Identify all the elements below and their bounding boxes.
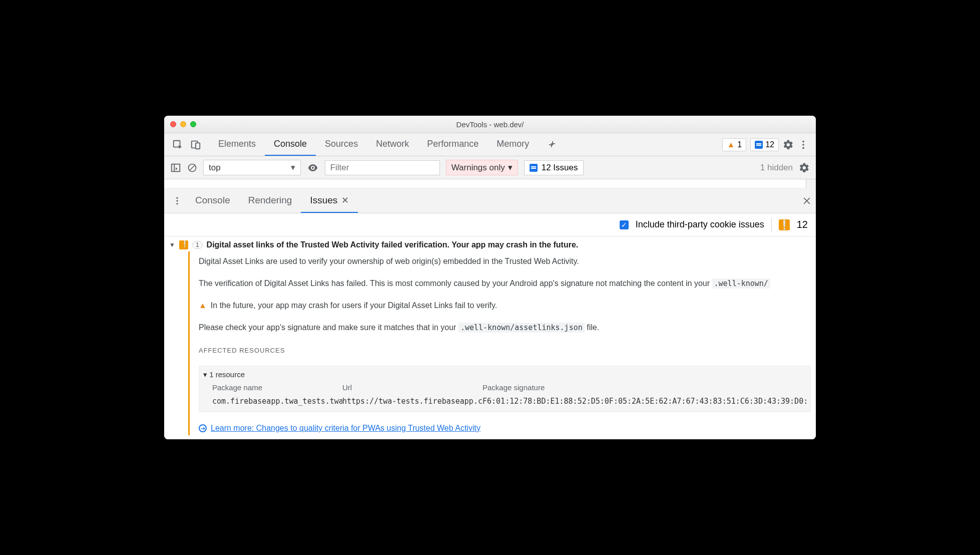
main-tabs: Elements Console Sources Network Perform…: [209, 133, 715, 156]
drawer-more-icon[interactable]: [168, 196, 186, 206]
main-toolbar: Elements Console Sources Network Perform…: [164, 133, 816, 156]
console-settings-icon[interactable]: [799, 162, 810, 173]
settings-icon[interactable]: [783, 139, 794, 150]
svg-point-8: [312, 167, 314, 169]
issue-row-header[interactable]: ▼ 1 Digital asset links of the Trusted W…: [169, 239, 816, 250]
tab-memory[interactable]: Memory: [487, 133, 538, 156]
cell-package: com.firebaseapp.twa_tests.twa: [212, 396, 342, 407]
drawer-tab-console[interactable]: Console: [186, 188, 239, 213]
window-controls: [170, 121, 196, 127]
warning-count: 1: [737, 140, 742, 149]
learn-more-row: ➔ Learn more: Changes to quality criteri…: [199, 422, 811, 434]
issues-badge[interactable]: 12: [750, 138, 779, 151]
clear-console-icon[interactable]: [187, 163, 197, 173]
log-level-label: Warnings only: [451, 163, 505, 173]
chevron-down-icon: ▾: [291, 162, 295, 173]
issue-paragraph: In the future, your app may crash for us…: [211, 300, 497, 312]
drawer-tab-rendering[interactable]: Rendering: [239, 188, 301, 213]
tab-label: Console: [195, 195, 230, 206]
warning-icon: ▲: [199, 300, 207, 312]
more-icon[interactable]: [798, 139, 809, 150]
chevron-down-icon: ▾: [508, 162, 513, 173]
tab-network[interactable]: Network: [367, 133, 418, 156]
tab-label: Rendering: [248, 195, 292, 206]
cell-signature: F6:01:12:78:BD:E1:88:52:D5:0F:05:2A:5E:6…: [482, 396, 806, 407]
arrow-circle-icon: ➔: [199, 424, 207, 432]
close-tab-icon[interactable]: ✕: [341, 195, 349, 206]
tab-label: Memory: [497, 139, 529, 149]
cell-url: https://twa-tests.firebaseapp.com/: [342, 396, 482, 407]
filter-input[interactable]: [325, 160, 440, 175]
issue-icon: [755, 141, 763, 149]
svg-point-9: [176, 197, 178, 198]
svg-rect-2: [196, 143, 200, 149]
warning-icon: ▲: [727, 140, 735, 149]
tab-label: Network: [376, 139, 409, 149]
tab-overflow-icon[interactable]: [538, 133, 566, 156]
hidden-count[interactable]: 1 hidden: [760, 163, 793, 173]
issue-title: Digital asset links of the Trusted Web A…: [207, 240, 579, 249]
issues-count: 12: [765, 140, 774, 149]
issue-paragraph: The verification of Digital Asset Links …: [199, 278, 811, 290]
col-header: Package name: [212, 382, 342, 394]
issue-warning-icon: ❕: [779, 219, 790, 230]
svg-point-3: [802, 140, 804, 142]
resource-count-label: 1 resource: [209, 370, 245, 379]
svg-point-4: [802, 144, 804, 146]
tab-label: Issues: [310, 195, 337, 206]
issues-chip[interactable]: 12 Issues: [524, 160, 584, 175]
issue-body: Digital Asset Links are used to verify y…: [188, 251, 816, 435]
svg-point-5: [802, 147, 804, 149]
console-output-strip: [164, 179, 816, 188]
titlebar: DevTools - web.dev/: [164, 116, 816, 133]
code-fragment: .well-known/: [712, 279, 770, 289]
maximize-window-button[interactable]: [190, 121, 196, 127]
col-header: Package signature: [482, 382, 806, 394]
console-sidebar-icon[interactable]: [170, 162, 181, 173]
issues-options-bar: ✓ Include third-party cookie issues ❕ 12: [164, 213, 816, 236]
third-party-checkbox[interactable]: ✓: [620, 220, 629, 229]
devtools-window: DevTools - web.dev/ Elements Console Sou…: [164, 116, 816, 439]
code-fragment: .well-known/assetlinks.json: [458, 323, 585, 333]
live-expression-icon[interactable]: [307, 162, 319, 174]
close-drawer-icon[interactable]: [802, 196, 812, 206]
tab-console[interactable]: Console: [265, 133, 316, 156]
third-party-label: Include third-party cookie issues: [636, 219, 764, 230]
tab-sources[interactable]: Sources: [316, 133, 367, 156]
inspect-element-icon[interactable]: [172, 139, 183, 150]
resource-toggle[interactable]: ▾ 1 resource: [203, 369, 806, 381]
tab-performance[interactable]: Performance: [418, 133, 487, 156]
issue-icon: [530, 164, 538, 172]
close-window-button[interactable]: [170, 121, 176, 127]
tab-label: Console: [274, 139, 307, 149]
tab-label: Elements: [218, 139, 256, 149]
console-filter-bar: top ▾ Warnings only ▾ 12 Issues 1 hidden: [164, 156, 816, 179]
tab-label: Performance: [427, 139, 478, 149]
device-toggle-icon[interactable]: [190, 139, 201, 150]
chevron-down-icon: ▾: [203, 370, 207, 379]
affected-resources-header: AFFECTED RESOURCES: [199, 346, 811, 356]
learn-more-link[interactable]: Learn more: Changes to quality criteria …: [211, 422, 480, 434]
context-select[interactable]: top ▾: [203, 160, 301, 175]
issue-warning-line: ▲ In the future, your app may crash for …: [199, 300, 811, 312]
drawer-tabs: Console Rendering Issues✕: [164, 188, 816, 213]
issues-chip-label: 12 Issues: [542, 163, 578, 173]
issues-content: ▼ 1 Digital asset links of the Trusted W…: [164, 236, 816, 439]
context-value: top: [209, 163, 221, 173]
issue-paragraph: Digital Asset Links are used to verify y…: [199, 255, 811, 267]
minimize-window-button[interactable]: [180, 121, 186, 127]
window-title: DevTools - web.dev/: [164, 120, 816, 129]
tab-label: Sources: [325, 139, 358, 149]
svg-point-10: [176, 200, 178, 201]
expand-icon[interactable]: ▼: [169, 241, 175, 248]
resource-table: Package name Url Package signature com.f…: [203, 380, 806, 407]
tab-elements[interactable]: Elements: [209, 133, 265, 156]
col-header: Url: [342, 382, 482, 394]
issue-warning-icon: [179, 240, 188, 249]
drawer-tab-issues[interactable]: Issues✕: [301, 188, 358, 213]
warnings-badge[interactable]: ▲ 1: [722, 138, 746, 151]
issues-total: 12: [797, 219, 808, 230]
svg-point-11: [176, 203, 178, 204]
issue-paragraph: Please check your app's signature and ma…: [199, 322, 811, 334]
log-level-select[interactable]: Warnings only ▾: [446, 160, 518, 175]
